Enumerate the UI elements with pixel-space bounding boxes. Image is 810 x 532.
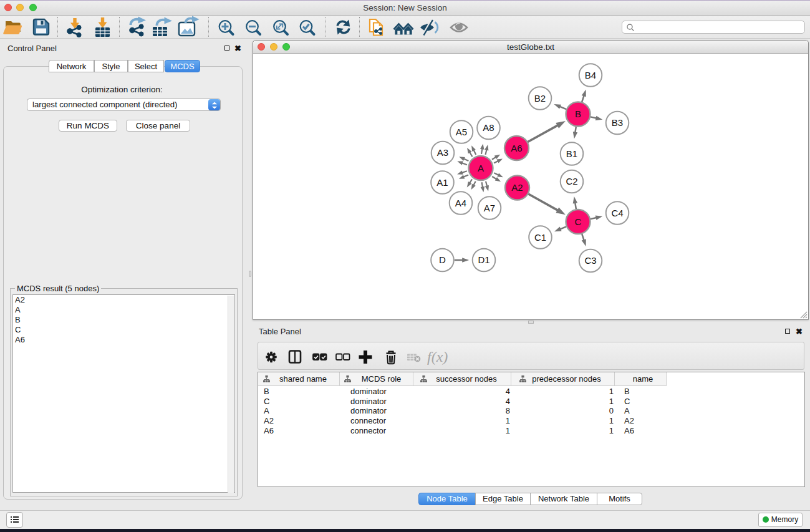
svg-text:B3: B3 — [612, 117, 623, 128]
svg-text:A5: A5 — [456, 127, 467, 137]
svg-text:D: D — [439, 254, 446, 265]
svg-text:B4: B4 — [585, 70, 596, 80]
svg-text:D1: D1 — [478, 254, 489, 265]
svg-text:C2: C2 — [566, 176, 577, 186]
svg-text:B2: B2 — [534, 93, 546, 104]
svg-text:A7: A7 — [484, 203, 495, 213]
svg-text:A8: A8 — [483, 122, 494, 133]
svg-text:C: C — [575, 216, 582, 227]
svg-text:A: A — [478, 163, 484, 173]
svg-text:C3: C3 — [584, 255, 596, 266]
svg-text:B: B — [575, 109, 581, 119]
svg-text:B1: B1 — [566, 148, 577, 159]
svg-text:C4: C4 — [611, 208, 623, 218]
svg-text:A4: A4 — [455, 198, 466, 208]
svg-text:A6: A6 — [511, 143, 522, 153]
svg-text:A1: A1 — [436, 177, 448, 188]
svg-text:f(x): f(x) — [427, 349, 448, 365]
svg-text:C1: C1 — [534, 232, 546, 243]
svg-text:A2: A2 — [511, 182, 523, 193]
svg-text:A3: A3 — [437, 147, 448, 158]
